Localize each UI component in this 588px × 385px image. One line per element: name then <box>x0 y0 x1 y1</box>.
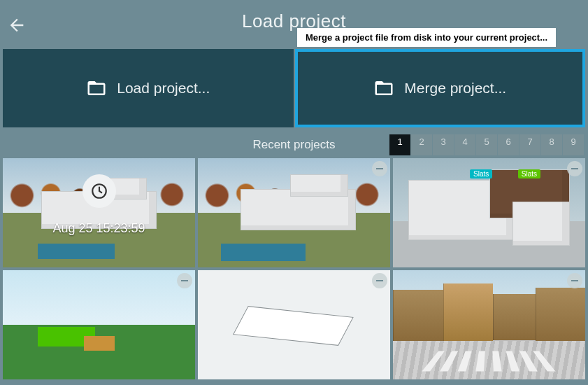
page-4[interactable]: 4 <box>454 134 475 155</box>
delete-icon[interactable] <box>372 273 387 288</box>
delete-icon[interactable] <box>567 273 582 288</box>
recent-projects-label: Recent projects <box>252 138 335 152</box>
delete-icon[interactable] <box>567 161 582 176</box>
project-thumb[interactable] <box>3 270 195 379</box>
page-1[interactable]: 1 <box>389 134 410 155</box>
merge-tooltip: Merge a project file from disk into your… <box>297 28 556 47</box>
merge-project-label: Merge project... <box>404 80 506 97</box>
folder-open-icon <box>373 78 394 99</box>
page-8[interactable]: 8 <box>541 134 562 155</box>
project-thumb[interactable]: Aug 25 15:23:59 <box>3 158 195 267</box>
thumb-caption: Aug 25 15:23:59 <box>3 221 195 236</box>
page-3[interactable]: 3 <box>433 134 454 155</box>
tag-label: Slats <box>470 169 492 178</box>
back-button[interactable] <box>7 15 27 38</box>
tag-label: Slats <box>518 169 540 178</box>
page-5[interactable]: 5 <box>476 134 497 155</box>
page-9[interactable]: 9 <box>563 134 584 155</box>
project-thumb[interactable] <box>393 270 585 379</box>
project-thumb[interactable] <box>198 158 390 267</box>
clock-icon <box>83 174 116 208</box>
pager: 123456789 <box>389 134 584 155</box>
merge-project-button[interactable]: Merge project... <box>295 49 586 127</box>
page-2[interactable]: 2 <box>411 134 432 155</box>
project-thumb[interactable]: SlatsSlats <box>393 158 585 267</box>
delete-icon[interactable] <box>372 161 387 176</box>
page-7[interactable]: 7 <box>519 134 540 155</box>
load-project-label: Load project... <box>117 80 210 97</box>
delete-icon[interactable] <box>177 273 192 288</box>
page-6[interactable]: 6 <box>498 134 519 155</box>
folder-open-icon <box>86 78 107 99</box>
project-thumb[interactable] <box>198 270 390 379</box>
load-project-button[interactable]: Load project... <box>3 49 294 127</box>
